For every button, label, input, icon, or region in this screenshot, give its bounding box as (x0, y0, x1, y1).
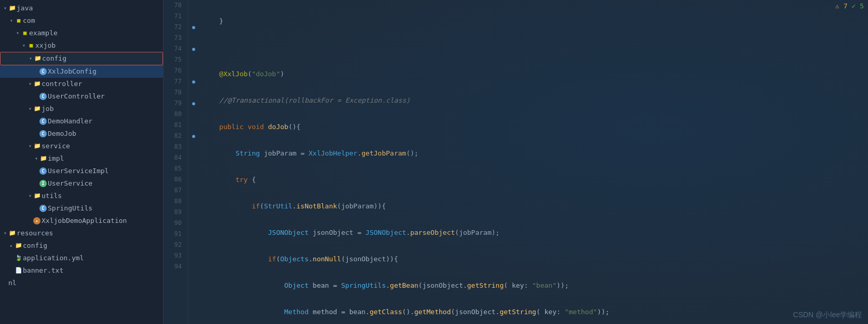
gutter-breakpoint[interactable]: ● (188, 22, 199, 33)
editor-gutter: ● ● ● ● ● (188, 0, 199, 324)
class-icon: C (39, 93, 47, 100)
class-icon: C (39, 68, 47, 75)
gutter-line (188, 33, 199, 44)
sidebar-item-label: impl (48, 153, 163, 164)
code-line-71 (203, 42, 868, 53)
line-number-gutter: 70 71 72 73 74 75 76 77 78 79 80 81 82 8… (164, 0, 188, 324)
sidebar-item-config[interactable]: ▾ 📁 config (0, 52, 163, 65)
sidebar-item-xxljobdemoapp[interactable]: ✦ XxljobDemoApplication (0, 215, 163, 227)
sidebar-item-com[interactable]: ▾ ■ com (0, 15, 163, 27)
gutter-breakpoint[interactable]: ● (188, 98, 199, 109)
sidebar-item-application-yml[interactable]: 🍃 application.yml (0, 252, 163, 264)
chevron-icon: ▾ (2, 3, 8, 13)
code-line-80: Object bean = SpringUtils.getBean(jsonOb… (203, 280, 868, 291)
package-icon: ■ (27, 41, 35, 50)
code-line-77: if(StrUtil.isNotBlank(jobParam)){ (203, 201, 868, 212)
code-line-72: @XxlJob("doJob") (203, 68, 868, 79)
gutter-line (188, 261, 199, 272)
warning-badge: ⚠ 7 (835, 2, 847, 10)
gutter-breakpoint[interactable]: ● (188, 76, 199, 87)
gutter-line (188, 0, 199, 11)
line-num: 90 (164, 218, 182, 229)
gutter-line (188, 142, 199, 152)
folder-icon: 📁 (15, 242, 23, 250)
class-icon: C (39, 205, 47, 212)
sidebar-item-userservice[interactable]: I UserService (0, 177, 163, 190)
sidebar-item-label: DemoJob (48, 129, 163, 139)
folder-icon: 📁 (39, 154, 48, 163)
code-line-81: Method method = bean.getClass().getMetho… (203, 306, 868, 317)
code-editor: ⚠ 7 ✓ 5 70 71 72 73 74 75 76 77 78 79 80… (164, 0, 868, 324)
sidebar-item-impl[interactable]: ▾ 📁 impl (0, 152, 163, 165)
sidebar-item-resources-config[interactable]: ▸ 📁 config (0, 240, 163, 252)
code-line-74: public void doJob(){ (203, 121, 868, 132)
sidebar-item-label: controller (42, 79, 163, 89)
sidebar-item-demojob[interactable]: C DemoJob (0, 128, 163, 140)
line-num: 75 (164, 54, 182, 65)
chevron-icon: ▾ (27, 141, 33, 151)
sidebar-item-label: UserServiceImpl (48, 166, 163, 176)
gutter-line (188, 196, 199, 207)
sidebar-item-xxljobconfig[interactable]: C XxlJobConfig (0, 65, 163, 78)
code-line-70: } (203, 16, 868, 26)
code-text[interactable]: } @XxlJob("doJob") //@Transactional(roll… (199, 0, 868, 324)
app-class-icon: ✦ (33, 217, 40, 224)
gutter-line (188, 207, 199, 218)
line-num: 87 (164, 185, 182, 196)
sidebar-item-label: job (42, 104, 163, 114)
watermark: CSDN @小lee学编程 (793, 311, 862, 320)
gutter-breakpoint[interactable]: ● (188, 44, 199, 54)
folder-icon: 📁 (33, 142, 42, 150)
line-num: 93 (164, 250, 182, 261)
gutter-line (188, 240, 199, 250)
line-num: 73 (164, 33, 182, 44)
line-num: 78 (164, 87, 182, 98)
gutter-line (188, 11, 199, 22)
line-num: 81 (164, 120, 182, 131)
gutter-line (188, 109, 199, 120)
code-line-76: try { (203, 174, 868, 185)
sidebar-item-demohandler[interactable]: C DemoHandler (0, 115, 163, 128)
sidebar-item-java[interactable]: ▾ 📁 java (0, 2, 163, 15)
sidebar-item-usercontroller[interactable]: C UserController (0, 90, 163, 103)
sidebar-item-label: java (17, 3, 163, 13)
gutter-line (188, 54, 199, 65)
chevron-icon: ▾ (27, 191, 33, 201)
code-scroll-area[interactable]: 70 71 72 73 74 75 76 77 78 79 80 81 82 8… (164, 0, 868, 324)
code-line-79: if(Objects.nonNull(jsonObject)){ (203, 253, 868, 264)
sidebar-item-example[interactable]: ▾ ■ example (0, 27, 163, 39)
sidebar-item-controller[interactable]: ▾ 📁 controller (0, 78, 163, 90)
folder-icon: 📁 (33, 105, 42, 113)
gutter-line (188, 218, 199, 229)
sidebar-item-banner-txt[interactable]: 📄 banner.txt (0, 264, 163, 277)
gutter-line (188, 152, 199, 163)
file-tree: ▾ 📁 java ▾ ■ com ▾ ■ example ▾ ■ xxjob ▾… (0, 0, 164, 324)
sidebar-item-job[interactable]: ▾ 📁 job (0, 103, 163, 115)
sidebar-item-label: utils (42, 191, 163, 201)
line-num: 88 (164, 196, 182, 207)
sidebar-item-springutils[interactable]: C SpringUtils (0, 202, 163, 215)
folder-icon: 📁 (33, 80, 42, 88)
sidebar-item-service[interactable]: ▾ 📁 service (0, 140, 163, 152)
sidebar-item-label: config (23, 241, 163, 251)
gutter-line (188, 229, 199, 240)
sidebar-item-xxjob[interactable]: ▾ ■ xxjob (0, 39, 163, 52)
line-num: 71 (164, 11, 182, 22)
sidebar-item-utils[interactable]: ▾ 📁 utils (0, 190, 163, 202)
sidebar-item-nl[interactable]: nl (0, 277, 163, 289)
line-num: 89 (164, 207, 182, 218)
gutter-line (188, 174, 199, 185)
chevron-icon: ▾ (15, 28, 21, 38)
sidebar-item-userserviceimpl[interactable]: C UserServiceImpl (0, 165, 163, 177)
sidebar-item-label: XxljobDemoApplication (42, 216, 163, 226)
chevron-icon: ▾ (28, 53, 34, 64)
sidebar-item-label: example (29, 28, 163, 38)
sidebar-item-resources[interactable]: ▾ 📁 resources (0, 227, 163, 240)
gutter-line (188, 185, 199, 196)
gutter-breakpoint[interactable]: ● (188, 131, 199, 142)
line-num: 74 (164, 44, 182, 54)
sidebar-item-label: application.yml (23, 253, 163, 263)
sidebar-item-label: XxlJobConfig (48, 66, 163, 77)
sidebar-item-label: SpringUtils (48, 203, 163, 214)
chevron-icon: ▾ (21, 40, 27, 51)
